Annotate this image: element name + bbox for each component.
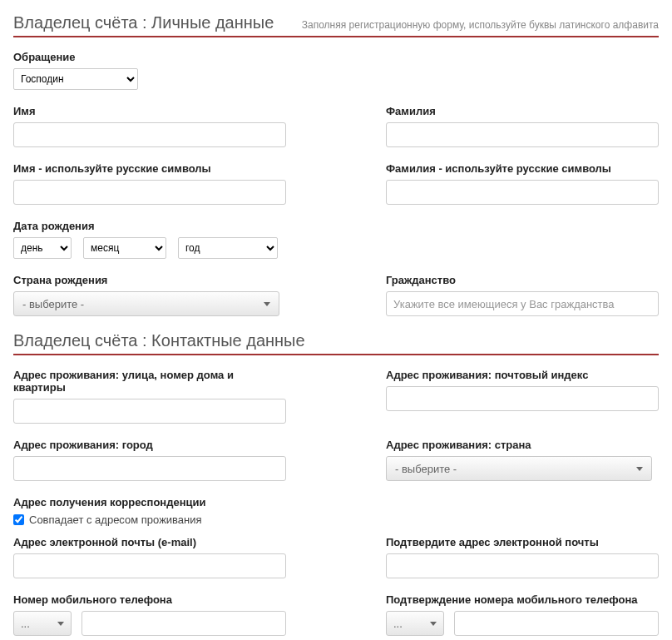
section-personal-title: Владелец счёта : Личные данные xyxy=(13,13,274,32)
chevron-down-icon xyxy=(57,622,64,626)
salutation-label: Обращение xyxy=(13,51,138,63)
chevron-down-icon xyxy=(636,467,643,471)
mobile-input[interactable] xyxy=(82,611,286,636)
last-name-ru-input[interactable] xyxy=(386,180,659,205)
first-name-ru-input[interactable] xyxy=(13,180,286,205)
dob-month-select[interactable]: месяц xyxy=(83,237,166,259)
email-input[interactable] xyxy=(13,553,286,578)
last-name-input[interactable] xyxy=(386,122,659,147)
first-name-ru-label: Имя - используйте русские символы xyxy=(13,162,286,175)
addr-city-label: Адрес проживания: город xyxy=(13,439,286,451)
mobile-confirm-prefix-select[interactable]: ... xyxy=(386,611,444,636)
section-personal-hint: Заполняя регистрационную форму, использу… xyxy=(302,19,659,31)
addr-country-label: Адрес проживания: страна xyxy=(386,439,659,451)
birth-country-select[interactable]: - выберите - xyxy=(13,291,279,316)
dob-year-select[interactable]: год xyxy=(178,237,278,259)
section-personal-header: Владелец счёта : Личные данные Заполняя … xyxy=(13,13,659,37)
section-contact-title: Владелец счёта : Контактные данные xyxy=(13,331,305,350)
dob-day-select[interactable]: день xyxy=(13,237,72,259)
last-name-ru-label: Фамилия - используйте русские символы xyxy=(386,162,659,175)
mail-addr-label: Адрес получения корреспонденции xyxy=(13,496,659,509)
addr-postal-label: Адрес проживания: почтовый индекс xyxy=(386,369,659,381)
email-confirm-input[interactable] xyxy=(386,553,659,578)
mobile-confirm-label: Подтверждение номера мобильного телефона xyxy=(386,593,659,606)
mail-addr-same-checkbox[interactable] xyxy=(13,514,24,525)
birth-country-value: - выберите - xyxy=(22,298,84,310)
salutation-select[interactable]: Господин xyxy=(13,68,138,90)
chevron-down-icon xyxy=(264,302,270,306)
addr-city-input[interactable] xyxy=(13,456,286,481)
addr-country-value: - выберите - xyxy=(395,463,457,475)
addr-country-select[interactable]: - выберите - xyxy=(386,456,652,481)
mobile-confirm-prefix-value: ... xyxy=(393,618,403,630)
mail-addr-checkbox-label: Совпадает с адресом проживания xyxy=(29,513,202,526)
last-name-label: Фамилия xyxy=(386,105,659,117)
citizenship-input[interactable] xyxy=(386,291,659,316)
mobile-label: Номер мобильного телефона xyxy=(13,593,286,606)
email-label: Адрес электронной почты (e-mail) xyxy=(13,536,286,548)
email-confirm-label: Подтвердите адрес электронной почты xyxy=(386,536,659,548)
mobile-confirm-input[interactable] xyxy=(454,611,659,636)
mobile-prefix-value: ... xyxy=(21,618,30,630)
chevron-down-icon xyxy=(430,622,437,626)
addr-street-input[interactable] xyxy=(13,399,286,424)
mobile-prefix-select[interactable]: ... xyxy=(13,611,72,636)
addr-street-label: Адрес проживания: улица, номер дома и кв… xyxy=(13,369,286,394)
first-name-label: Имя xyxy=(13,105,286,117)
birth-country-label: Страна рождения xyxy=(13,274,286,286)
addr-postal-input[interactable] xyxy=(386,386,659,411)
dob-label: Дата рождения xyxy=(13,220,659,232)
first-name-input[interactable] xyxy=(13,122,286,147)
section-contact-header: Владелец счёта : Контактные данные xyxy=(13,331,659,355)
citizenship-label: Гражданство xyxy=(386,274,659,286)
